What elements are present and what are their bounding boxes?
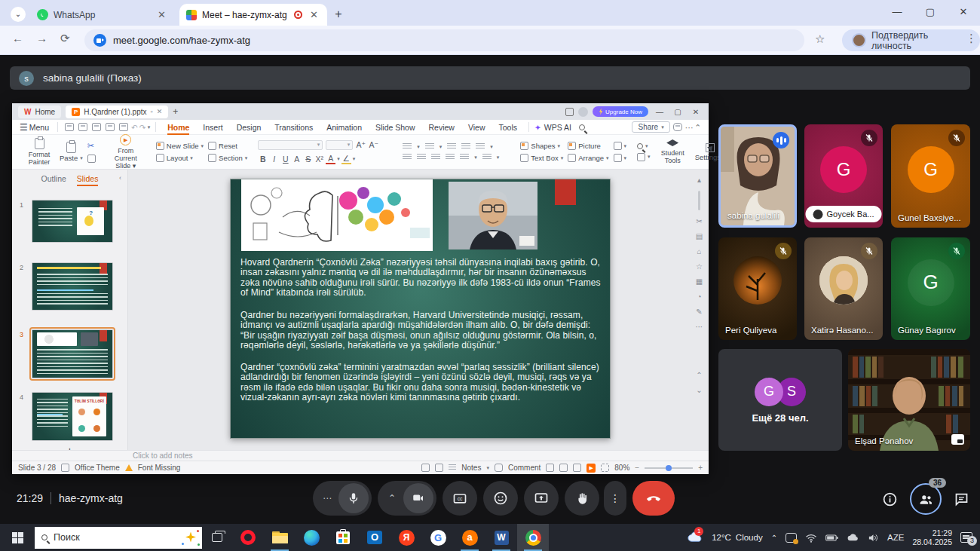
participant-tile-peri[interactable]: Peri Quliyeva bbox=[718, 237, 797, 340]
format-painter-button[interactable]: Format Painter bbox=[23, 138, 55, 166]
verify-identity-button[interactable]: Подтвердить личность bbox=[842, 29, 980, 51]
participant-tile-elsad[interactable]: Elşad Pənahov bbox=[848, 349, 970, 451]
from-current-slide-button[interactable]: ▶ From Current Slide ▾ bbox=[106, 134, 145, 170]
present-screen-button[interactable] bbox=[524, 481, 559, 516]
tab-preview-icon[interactable]: ▫ bbox=[151, 108, 153, 115]
share-button[interactable]: Share ▾ bbox=[632, 121, 669, 133]
wps-home-tab[interactable]: W Home bbox=[18, 106, 61, 118]
ribbon-search-icon[interactable] bbox=[579, 124, 585, 130]
tab-slides[interactable]: Slides bbox=[77, 174, 99, 186]
zoom-in-icon[interactable]: + bbox=[698, 464, 703, 472]
address-bar[interactable]: meet.google.com/hae-zymx-atg bbox=[84, 29, 804, 51]
reload-icon[interactable]: ⟳ bbox=[60, 32, 70, 45]
slide-thumbnail-4[interactable]: TƏLİM STİLLƏRİ bbox=[32, 392, 113, 441]
slide-sorter-icon[interactable] bbox=[559, 464, 568, 472]
slide-3[interactable]: Hovard Qardnerin “Çoxnövlü Zəka” nəzəriy… bbox=[230, 179, 611, 439]
wps-document-tab[interactable]: P H.Qardner (1).pptx ▫ ✕ bbox=[66, 106, 168, 118]
zoom-out-icon[interactable]: − bbox=[635, 464, 639, 472]
close-button[interactable]: ✕ bbox=[947, 0, 980, 26]
wps-restore-button[interactable]: ▢ bbox=[671, 108, 684, 116]
comment-bubble-icon[interactable] bbox=[673, 123, 682, 131]
justify-icon[interactable] bbox=[446, 154, 455, 161]
superscript-button[interactable]: X² bbox=[314, 155, 324, 164]
slide-thumbnail-2[interactable] bbox=[32, 262, 113, 311]
slide-insert-icon[interactable]: ▾ bbox=[614, 154, 627, 162]
zoom-slider[interactable] bbox=[645, 467, 693, 469]
collapse-panel-icon[interactable]: ‹ bbox=[119, 174, 121, 182]
shapes-button[interactable]: Shapes▾ bbox=[520, 142, 563, 150]
panes-button[interactable]: ▾ bbox=[637, 153, 651, 161]
notification-center-icon[interactable]: 3 bbox=[960, 532, 972, 543]
more-options-button[interactable]: ⋮ bbox=[604, 481, 626, 516]
mic-options-icon[interactable]: ⋯ bbox=[316, 493, 338, 504]
language-indicator[interactable]: AZE bbox=[887, 533, 904, 542]
participant-tile-xatire[interactable]: Xatirə Hasano... bbox=[804, 237, 883, 340]
start-button[interactable] bbox=[0, 532, 35, 543]
menu-slide-show[interactable]: Slide Show bbox=[369, 123, 421, 132]
more-tools-icon[interactable]: ⋯ bbox=[685, 123, 694, 132]
minimize-button[interactable]: — bbox=[880, 0, 914, 26]
grow-font-icon[interactable]: A⁺ bbox=[356, 140, 366, 149]
camera-icon[interactable] bbox=[403, 483, 433, 513]
print-icon[interactable] bbox=[106, 123, 115, 131]
raise-hand-button[interactable] bbox=[565, 481, 599, 516]
tray-expand-icon[interactable]: ⌃ bbox=[771, 534, 777, 542]
taskbar-opera[interactable] bbox=[232, 524, 264, 551]
taskbar-chrome[interactable] bbox=[517, 524, 549, 551]
theme-label[interactable]: Office Theme bbox=[75, 464, 120, 472]
window-preview-icon[interactable] bbox=[565, 108, 574, 116]
preview-icon[interactable] bbox=[119, 123, 128, 131]
volume-icon[interactable] bbox=[868, 533, 879, 543]
italic-button[interactable]: I bbox=[269, 155, 279, 164]
browser-menu-icon[interactable]: ⋮ bbox=[966, 32, 977, 45]
star-tool-icon[interactable]: ☆ bbox=[696, 262, 703, 271]
wifi-icon[interactable] bbox=[805, 533, 817, 543]
back-icon[interactable]: ← bbox=[12, 32, 23, 44]
leave-call-button[interactable] bbox=[632, 481, 675, 516]
browser-tab-meet[interactable]: Meet – hae-zymx-atg ✕ bbox=[179, 4, 327, 26]
menu-design[interactable]: Design bbox=[231, 123, 268, 132]
tray-app-icon[interactable] bbox=[786, 533, 797, 543]
reactions-button[interactable] bbox=[483, 481, 518, 516]
slide-thumbnail-3-selected[interactable] bbox=[32, 329, 113, 378]
find-button[interactable]: ▾ bbox=[637, 143, 651, 149]
student-tools-button[interactable]: Student Tools bbox=[661, 139, 684, 164]
decrease-indent-icon[interactable] bbox=[447, 143, 456, 150]
previous-slide-icon[interactable]: ⌃ bbox=[696, 371, 702, 379]
more-participants-tile[interactable]: G S Ещё 28 чел. bbox=[718, 349, 842, 451]
history-chevron-icon[interactable]: ▾ bbox=[148, 124, 151, 130]
paste-button[interactable]: Paste▾ bbox=[60, 142, 83, 162]
highlight-button[interactable]: ∠ bbox=[341, 154, 351, 164]
taskbar-edge[interactable] bbox=[296, 524, 327, 551]
text-shadow-button[interactable]: A bbox=[292, 155, 302, 164]
font-name-select[interactable]: ▾ bbox=[258, 140, 323, 150]
picture-button[interactable]: Picture bbox=[568, 142, 608, 150]
slide-thumbnail-1[interactable]: ? bbox=[32, 200, 113, 243]
normal-view-icon[interactable] bbox=[546, 464, 554, 472]
taskbar-outlook[interactable]: O bbox=[359, 524, 390, 551]
meeting-info-icon[interactable] bbox=[882, 491, 898, 507]
bookmark-star-icon[interactable]: ☆ bbox=[815, 32, 825, 46]
reading-view-icon[interactable] bbox=[573, 464, 581, 472]
pip-toggle-icon[interactable] bbox=[951, 434, 964, 445]
font-color-button[interactable]: A bbox=[326, 154, 335, 164]
reset-button[interactable]: Reset bbox=[208, 142, 247, 150]
shrink-font-icon[interactable]: A⁻ bbox=[369, 140, 378, 149]
layout-button[interactable]: Layout▾ bbox=[156, 154, 204, 162]
wps-new-tab-button[interactable]: + bbox=[173, 106, 178, 117]
weather-condition[interactable]: Cloudy bbox=[736, 533, 763, 542]
avatar-insert-icon[interactable]: ▾ bbox=[614, 142, 627, 150]
tab-close-icon[interactable]: ✕ bbox=[157, 108, 163, 115]
new-tab-button[interactable]: + bbox=[330, 6, 347, 23]
onedrive-cloud-icon[interactable] bbox=[847, 533, 859, 542]
cut-icon[interactable]: ✂ bbox=[87, 141, 96, 151]
mic-control-button[interactable]: ⋯ bbox=[313, 481, 372, 516]
participant-tile-gunel[interactable]: G Gunel Baxsiye... bbox=[891, 124, 970, 228]
comment-icon[interactable] bbox=[495, 464, 503, 472]
strikethrough-button[interactable]: S bbox=[303, 155, 313, 164]
camera-control-button[interactable]: ⌃ bbox=[378, 481, 436, 516]
tab-search-chevron-icon[interactable]: ⌄ bbox=[11, 7, 26, 22]
cut-tool-icon[interactable]: ✂ bbox=[696, 217, 702, 225]
participant-tile-gunay[interactable]: G Günay Bagırov bbox=[891, 237, 970, 340]
scroll-up-icon[interactable]: ▴ bbox=[697, 176, 701, 184]
